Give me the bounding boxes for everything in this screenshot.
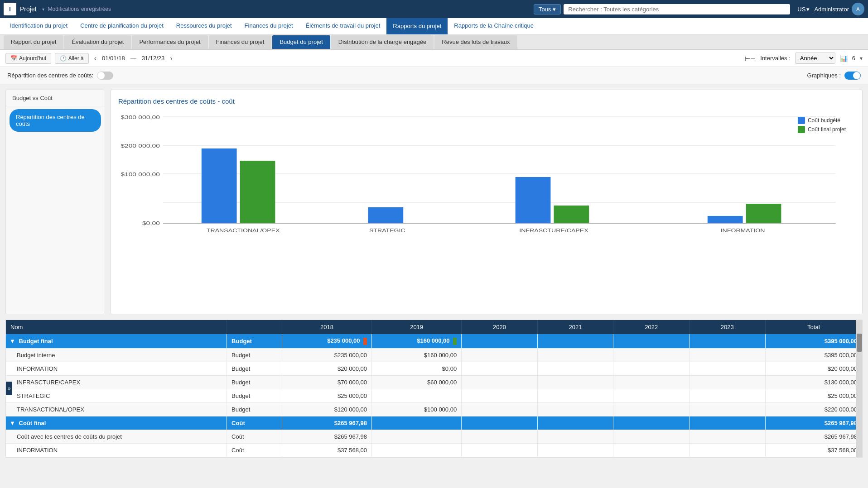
avatar: A [852, 3, 864, 15]
row-2021 [537, 375, 613, 389]
row-2020 [462, 362, 538, 375]
date-from[interactable]: 01/01/18 [102, 55, 125, 62]
collapse-icon[interactable]: ▼ [10, 420, 15, 426]
tab-identification[interactable]: Identification du projet [4, 18, 74, 34]
row-2023 [689, 443, 765, 457]
admin-menu[interactable]: Administrator A [814, 3, 864, 15]
repartition-toggle[interactable] [97, 72, 113, 80]
tab-ressources[interactable]: Ressources du projet [170, 18, 238, 34]
vertical-scrollbar[interactable] [856, 320, 862, 457]
table-row: ▼ Budget final Budget $235 000,00 $160 0… [6, 334, 862, 348]
row-name: Budget interne [6, 348, 227, 362]
scroll-thumb[interactable] [857, 334, 862, 352]
row-2023 [689, 402, 765, 416]
today-button[interactable]: 📅 Aujourd'hui [5, 53, 51, 64]
row-2020 [462, 430, 538, 443]
region-selector[interactable]: US ▾ [797, 6, 810, 13]
chevron-down-icon: ▾ [806, 6, 810, 13]
row-2022 [613, 334, 690, 348]
tab-elements-travail[interactable]: Éléments de travail du projet [299, 18, 387, 34]
row-total: $395 000,00 [765, 334, 862, 348]
row-2021 [537, 416, 613, 430]
row-total: $25 000,00 [765, 389, 862, 402]
col-2020: 2020 [462, 320, 538, 334]
tab-evaluation[interactable]: Évaluation du projet [64, 35, 131, 49]
sidebar-item-budget-vs-cout[interactable]: Budget vs Coût [6, 90, 105, 106]
go-to-button[interactable]: 🕐 Aller à [55, 53, 89, 64]
tab-rapports-chaine[interactable]: Rapports de la Chaîne critique [448, 18, 540, 34]
row-2021 [537, 334, 613, 348]
row-2023 [689, 334, 765, 348]
chart-area: Répartition des centres de coûts - coût … [111, 90, 863, 314]
row-2020 [462, 348, 538, 362]
collapse-icon[interactable]: ▼ [10, 338, 15, 344]
row-2018: $25 000,00 [282, 389, 372, 402]
table-row: Budget interne Budget $235 000,00 $160 0… [6, 348, 862, 362]
chevron-down-icon[interactable]: ▾ [42, 7, 44, 12]
collapse-left-arrow[interactable]: » [6, 382, 12, 395]
row-2023 [689, 375, 765, 389]
tab-centre-planification[interactable]: Centre de planification du projet [74, 18, 170, 34]
calendar-icon: 📅 [10, 55, 17, 62]
tab-revue-lots[interactable]: Revue des lots de travaux [434, 35, 517, 49]
tab-performances[interactable]: Performances du projet [132, 35, 207, 49]
row-name: TRANSACTIONAL/OPEX [6, 402, 227, 416]
graphiques-toggle[interactable] [844, 72, 861, 80]
chart-legend: Coût budgété Coût final projet [798, 117, 846, 133]
svg-rect-17 [708, 216, 743, 223]
sidebar: Budget vs Coût Répartition des centres d… [5, 90, 105, 314]
row-2019: $100 000,00 [372, 402, 462, 416]
col-2018: 2018 [282, 320, 372, 334]
col-total: Total [765, 320, 862, 334]
row-label: Budget [227, 362, 282, 375]
search-input[interactable] [564, 4, 790, 14]
row-2022 [613, 348, 690, 362]
chart-container: $300 000,00 $200 000,00 $100 000,00 $0,0… [118, 112, 855, 239]
row-total: $265 967,98 [765, 430, 862, 443]
row-name: INFRASCTURE/CAPEX [6, 375, 227, 389]
prev-arrow[interactable]: ‹ [92, 54, 98, 62]
row-2022 [613, 389, 690, 402]
row-2019: $160 000,00 [372, 334, 462, 348]
tous-button[interactable]: Tous ▾ [534, 4, 561, 14]
intervalles-label: Intervalles : [760, 55, 790, 62]
table-row: INFORMATION Budget $20 000,00 $0,00 $20 … [6, 362, 862, 375]
next-arrow[interactable]: › [168, 54, 174, 62]
row-2022 [613, 375, 690, 389]
row-2021 [537, 348, 613, 362]
row-label: Budget [227, 402, 282, 416]
chevron-down-icon: ▾ [553, 6, 556, 13]
svg-text:INFORMATION: INFORMATION [721, 228, 765, 233]
row-2018: $70 000,00 [282, 375, 372, 389]
row-2021 [537, 402, 613, 416]
row-2019: $0,00 [372, 362, 462, 375]
sidebar-item-repartition[interactable]: Répartition des centres de coûts [10, 109, 101, 132]
row-2018: $37 568,00 [282, 443, 372, 457]
toolbar-right: ⊢⊣ Intervalles : Année Mois Trimestre 📊 … [745, 53, 863, 64]
row-2022 [613, 362, 690, 375]
table-row: Coût avec les centres de coûts du projet… [6, 430, 862, 443]
main-content: Budget vs Coût Répartition des centres d… [0, 84, 868, 320]
row-total: $265 967,98 [765, 416, 862, 430]
row-total: $220 000,00 [765, 402, 862, 416]
tab-distribution-charge[interactable]: Distribution de la charge engagée [331, 35, 434, 49]
table-row: ▼ Coût final Coût $265 967,98 $265 967,9… [6, 416, 862, 430]
row-total: $395 000,00 [765, 348, 862, 362]
toggle-knob-graphiques [853, 72, 860, 79]
row-2018: $235 000,00 [282, 334, 372, 348]
tab-rapport-projet[interactable]: Rapport du projet [4, 35, 63, 49]
tab-rapports-projet[interactable]: Rapports du projet [386, 18, 448, 34]
tab-budget[interactable]: Budget du projet [272, 35, 330, 49]
date-to[interactable]: 31/12/23 [142, 55, 165, 62]
row-2020 [462, 443, 538, 457]
svg-text:TRANSACTIONAL/OPEX: TRANSACTIONAL/OPEX [207, 228, 280, 233]
interval-select[interactable]: Année Mois Trimestre [795, 53, 835, 64]
progress-bar-red [363, 338, 367, 345]
tab-finances-projet[interactable]: Finances du projet [209, 35, 272, 49]
row-label: Coût [227, 443, 282, 457]
tab-finances[interactable]: Finances du projet [238, 18, 299, 34]
chevron-down-icon[interactable]: ▾ [860, 55, 863, 62]
row-2019 [372, 430, 462, 443]
row-2022 [613, 430, 690, 443]
row-label: Budget [227, 334, 282, 348]
